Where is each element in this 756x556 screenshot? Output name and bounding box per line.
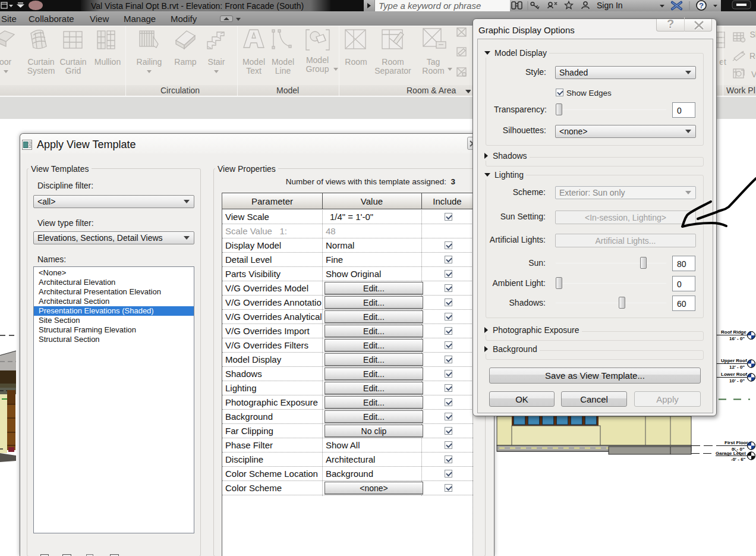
svg-text:10' - 0": 10' - 0" (729, 378, 745, 384)
svg-text:Roof Ridge: Roof Ridge (721, 329, 746, 335)
svg-text:Lower Roof: Lower Roof (721, 372, 747, 377)
svg-text:?: ? (699, 1, 704, 10)
svg-text:16' - 0": 16' - 0" (729, 336, 745, 341)
svg-text:Upper Roof: Upper Roof (721, 358, 747, 363)
svg-text:-0' - 6": -0' - 6" (731, 457, 746, 462)
svg-text:First Floor: First Floor (724, 440, 748, 445)
svg-text:12' - 0": 12' - 0" (729, 365, 745, 370)
svg-text:Garage Lebel: Garage Lebel (716, 451, 746, 456)
